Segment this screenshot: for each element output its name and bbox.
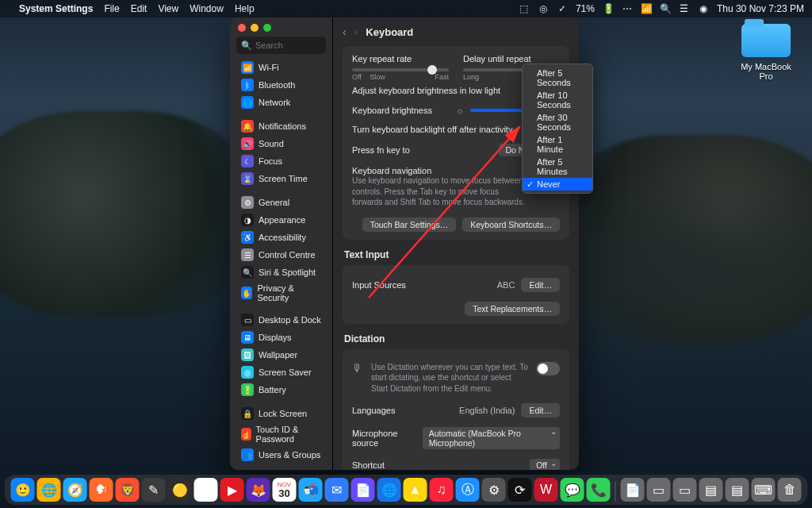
sidebar-item-wi-fi[interactable]: 📶Wi-Fi [235, 59, 327, 76]
dictation-languages-label: Languages [352, 406, 395, 415]
sidebar-item-network[interactable]: 🌐Network [235, 94, 327, 111]
dock-separator [615, 481, 616, 502]
menu-help[interactable]: Help [235, 3, 255, 14]
dock[interactable]: 🙂🌐🧭🗣🦁✎🟡⭘▶🦊NOV30📬✉📄🌐▲♫Ⓐ⚙⟳W💬📞📄▭▭▤▤⌨🗑 [5, 475, 808, 505]
menu-view[interactable]: View [158, 3, 178, 14]
sidebar-item-notifications[interactable]: 🔔Notifications [235, 117, 327, 135]
close-button[interactable] [238, 24, 246, 32]
page-title: Keyboard [366, 26, 413, 38]
sidebar-item-touch-id-password[interactable]: ☝Touch ID & Password [235, 422, 327, 446]
dock-app-icon[interactable]: W [534, 478, 558, 502]
sidebar-item-battery[interactable]: 🔋Battery [235, 381, 327, 398]
dock-app-icon[interactable]: 💬 [561, 478, 584, 502]
menu-file[interactable]: File [104, 3, 119, 14]
touch-bar-settings-button[interactable]: Touch Bar Settings… [362, 217, 457, 232]
menu-item[interactable]: After 10 Seconds [523, 89, 592, 111]
dock-app-icon[interactable]: ⟳ [508, 478, 532, 502]
mic-source-label: Microphone source [352, 429, 415, 448]
sidebar-item-general[interactable]: ⚙General [235, 194, 327, 211]
menubar-datetime[interactable]: Thu 30 Nov 7:23 PM [717, 3, 804, 14]
dock-app-icon[interactable]: ▭ [647, 478, 671, 502]
spotlight-icon[interactable]: 🔍 [660, 3, 671, 14]
sidebar-item-users-groups[interactable]: 👥Users & Groups [235, 446, 327, 464]
app-menu[interactable]: System Settings [19, 3, 93, 14]
dock-app-icon[interactable]: 📄 [351, 478, 375, 502]
menu-window[interactable]: Window [190, 3, 224, 14]
dock-app-icon[interactable]: 🙂 [11, 478, 35, 502]
dock-app-icon[interactable]: 📄 [621, 478, 645, 502]
dock-app-icon[interactable]: 🗣 [90, 478, 113, 502]
sidebar-item-label: Battery [259, 385, 286, 394]
status-icon[interactable]: ⬚ [519, 3, 530, 14]
dock-app-icon[interactable]: NOV30 [273, 478, 297, 502]
dock-app-icon[interactable]: ⭘ [194, 478, 218, 502]
minimize-button[interactable] [251, 24, 259, 32]
menu-item[interactable]: After 1 Minute [523, 133, 592, 156]
dock-app-icon[interactable]: ▲ [404, 478, 427, 502]
dock-app-icon[interactable]: 🦁 [116, 478, 140, 502]
forward-button[interactable]: › [354, 25, 358, 38]
menu-item[interactable]: After 5 Minutes [523, 156, 592, 178]
zoom-button[interactable] [263, 24, 271, 32]
status-icon[interactable]: ◎ [538, 3, 549, 14]
sidebar-item-desktop-dock[interactable]: ▭Desktop & Dock [235, 311, 327, 329]
mic-source-select[interactable]: Automatic (MacBook Pro Microphone) [423, 427, 560, 449]
sidebar-item-wallpaper[interactable]: 🖼Wallpaper [235, 346, 327, 364]
sidebar-item-displays[interactable]: 🖥Displays [235, 329, 327, 346]
dock-app-icon[interactable]: 🗑 [778, 478, 802, 502]
sidebar-list[interactable]: 📶Wi-FiᛒBluetooth🌐Network🔔Notifications🔊S… [230, 59, 332, 470]
sidebar-item-siri-spotlight[interactable]: 🔍Siri & Spotlight [235, 264, 327, 281]
dock-app-icon[interactable]: ▶ [220, 478, 244, 502]
sidebar-item-lock-screen[interactable]: 🔒Lock Screen [235, 405, 327, 422]
sidebar-item-focus[interactable]: ☾Focus [235, 152, 327, 170]
dock-app-icon[interactable]: 📬 [299, 478, 323, 502]
dictation-toggle[interactable] [536, 362, 560, 375]
status-icon[interactable]: ✓ [557, 3, 568, 14]
dock-app-icon[interactable]: 🟡 [168, 478, 192, 502]
sidebar-item-sound[interactable]: 🔊Sound [235, 135, 327, 152]
dictation-languages-edit-button[interactable]: Edit… [521, 403, 560, 418]
sidebar-item-screen-saver[interactable]: ◎Screen Saver [235, 364, 327, 381]
dock-app-icon[interactable]: ⌨ [752, 478, 776, 502]
menu-item[interactable]: After 30 Seconds [523, 111, 592, 133]
dictation-card: 🎙 Use Dictation wherever you can type te… [343, 349, 569, 471]
sidebar-item-privacy-security[interactable]: ✋Privacy & Security [235, 281, 327, 305]
menu-item[interactable]: Never [523, 178, 592, 190]
text-replacements-button[interactable]: Text Replacements… [465, 302, 560, 316]
dock-app-icon[interactable]: ✉ [325, 478, 349, 502]
sidebar-item-label: Screen Saver [259, 368, 312, 377]
dock-app-icon[interactable]: ▤ [726, 478, 749, 502]
wifi-icon[interactable]: 📶 [641, 3, 652, 14]
siri-icon[interactable]: ◉ [698, 3, 709, 14]
control-center-icon[interactable]: ☰ [679, 3, 690, 14]
dock-app-icon[interactable]: 🌐 [377, 478, 401, 502]
menu-item[interactable]: After 5 Seconds [523, 67, 592, 89]
dock-app-icon[interactable]: 🌐 [37, 478, 61, 502]
dock-app-icon[interactable]: Ⓐ [456, 478, 480, 502]
dock-app-icon[interactable]: ⚙ [482, 478, 506, 502]
sidebar-search[interactable]: 🔍 [236, 37, 326, 54]
keyboard-shortcuts-button[interactable]: Keyboard Shortcuts… [462, 217, 560, 232]
sidebar-item-bluetooth[interactable]: ᛒBluetooth [235, 76, 327, 94]
dock-app-icon[interactable]: ♫ [430, 478, 454, 502]
dock-app-icon[interactable]: ▤ [699, 478, 723, 502]
input-sources-edit-button[interactable]: Edit… [521, 278, 560, 292]
dock-app-icon[interactable]: ✎ [142, 478, 166, 502]
sidebar-item-appearance[interactable]: ◑Appearance [235, 211, 327, 229]
sidebar-item-accessibility[interactable]: ♿Accessibility [235, 229, 327, 246]
battery-icon[interactable]: 🔋 [603, 3, 614, 14]
key-repeat-slider[interactable] [352, 68, 449, 71]
dock-app-icon[interactable]: ▭ [673, 478, 697, 502]
menu-edit[interactable]: Edit [131, 3, 147, 14]
dock-app-icon[interactable]: 🦊 [247, 478, 270, 502]
status-icon[interactable]: ⋯ [622, 3, 633, 14]
dock-app-icon[interactable]: 📞 [587, 478, 611, 502]
sidebar-item-label: Control Centre [259, 250, 316, 260]
sidebar-item-control-centre[interactable]: ☰Control Centre [235, 246, 327, 264]
desktop-folder[interactable]: My MacBook Pro [734, 24, 798, 81]
backlight-timeout-menu[interactable]: After 5 SecondsAfter 10 SecondsAfter 30 … [522, 64, 593, 194]
back-button[interactable]: ‹ [343, 25, 347, 38]
sidebar-item-screen-time[interactable]: ⌛Screen Time [235, 170, 327, 187]
dictation-shortcut-select[interactable]: Off [530, 459, 560, 470]
dock-app-icon[interactable]: 🧭 [63, 478, 87, 502]
